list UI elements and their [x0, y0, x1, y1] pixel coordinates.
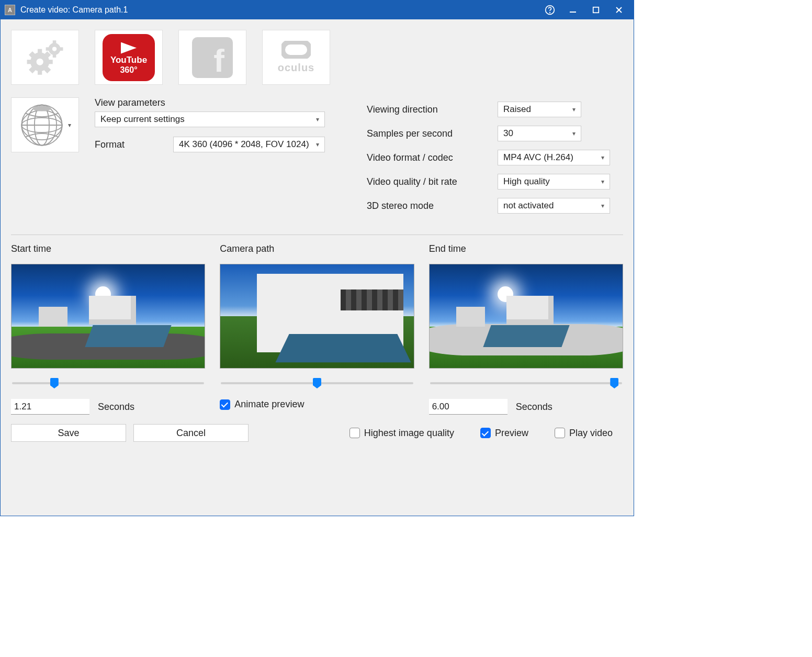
camera-path-label: Camera path — [220, 243, 414, 254]
start-time-label: Start time — [11, 243, 205, 254]
viewing-direction-select[interactable]: Raised▾ — [498, 102, 581, 117]
play-video-label: Play video — [569, 428, 613, 439]
video-codec-label: Video format / codec — [367, 152, 498, 163]
viewing-direction-label: Viewing direction — [367, 104, 498, 115]
start-time-column: Start time Seconds — [11, 243, 205, 415]
preset-row: YouTube 360° f oculus — [11, 30, 623, 85]
preset-youtube360-button[interactable]: YouTube 360° — [95, 30, 163, 85]
gears-icon — [24, 36, 66, 79]
camera-path-column: Camera path Animate preview — [220, 243, 414, 415]
left-params: View parameters Keep current settings▾ F… — [95, 97, 351, 161]
svg-rect-9 — [38, 69, 42, 74]
samples-per-second-select[interactable]: 30▾ — [498, 126, 581, 141]
svg-rect-21 — [60, 47, 63, 51]
highest-quality-checkbox[interactable] — [349, 428, 360, 438]
dialog-content: YouTube 360° f oculus — [1, 19, 634, 516]
format-select[interactable]: 4K 360 (4096 * 2048, FOV 1024)▾ — [173, 137, 325, 152]
close-button[interactable] — [613, 4, 625, 16]
preset-custom-button[interactable] — [11, 30, 79, 85]
end-time-input[interactable] — [429, 399, 508, 415]
cancel-button[interactable]: Cancel — [133, 424, 249, 442]
format-label: Format — [95, 139, 173, 150]
oculus-icon: oculus — [278, 41, 314, 74]
video-quality-select[interactable]: High quality▾ — [498, 174, 610, 190]
svg-rect-3 — [593, 7, 599, 13]
stereo-mode-label: 3D stereo mode — [367, 201, 498, 211]
preset-facebook-button[interactable]: f — [178, 30, 246, 85]
titlebar: A Create video: Camera path.1 — [1, 1, 634, 19]
help-button[interactable] — [544, 4, 556, 16]
svg-rect-11 — [48, 60, 53, 64]
start-time-thumbnail — [11, 264, 205, 369]
end-time-column: End time Seconds — [429, 243, 623, 415]
chevron-down-icon: ▾ — [316, 141, 319, 148]
chevron-down-icon: ▾ — [572, 106, 576, 113]
svg-point-17 — [52, 47, 57, 51]
svg-rect-10 — [27, 60, 32, 64]
chevron-down-icon: ▾ — [601, 154, 604, 161]
highest-quality-label: Highest image quality — [364, 428, 454, 439]
params-row: ▾ View parameters Keep current settings▾… — [11, 97, 623, 222]
video-quality-label: Video quality / bit rate — [367, 176, 498, 187]
animate-preview-label: Animate preview — [234, 399, 304, 410]
globe-icon — [19, 102, 65, 148]
camera-path-thumbnail — [220, 264, 414, 369]
svg-point-29 — [32, 106, 51, 112]
minimize-button[interactable] — [567, 4, 579, 16]
end-time-label: End time — [429, 243, 623, 254]
maximize-button[interactable] — [590, 4, 602, 16]
app-icon: A — [5, 5, 15, 15]
view-parameters-label: View parameters — [95, 97, 173, 108]
save-button[interactable]: Save — [11, 424, 126, 442]
svg-point-7 — [37, 58, 43, 65]
preview-panel: Start time Seconds Camera path — [11, 235, 623, 510]
video-codec-select[interactable]: MP4 AVC (H.264)▾ — [498, 150, 610, 165]
right-params: Viewing direction Raised▾ Samples per se… — [367, 97, 623, 222]
svg-rect-18 — [53, 40, 57, 44]
animate-preview-checkbox[interactable] — [220, 399, 230, 410]
preview-checkbox[interactable] — [480, 428, 491, 438]
bottom-bar: Save Cancel Highest image quality Previe… — [11, 424, 623, 442]
end-time-thumbnail — [429, 264, 623, 369]
chevron-down-icon: ▾ — [316, 116, 319, 123]
svg-point-1 — [550, 13, 550, 13]
svg-rect-20 — [46, 47, 50, 51]
preview-label: Preview — [495, 428, 528, 439]
stereo-mode-select[interactable]: not activated▾ — [498, 198, 610, 214]
play-video-checkbox[interactable] — [555, 428, 565, 438]
seconds-label: Seconds — [516, 402, 552, 413]
camera-path-slider[interactable] — [221, 378, 413, 388]
facebook-icon: f — [192, 37, 233, 78]
youtube-360-icon: YouTube 360° — [103, 34, 155, 81]
projection-globe-button[interactable]: ▾ — [11, 97, 79, 152]
preset-oculus-button[interactable]: oculus — [262, 30, 330, 85]
window-title: Create video: Camera path.1 — [20, 5, 544, 15]
chevron-down-icon: ▾ — [601, 178, 604, 185]
svg-rect-22 — [283, 42, 310, 58]
end-time-slider[interactable] — [430, 378, 622, 388]
start-time-slider[interactable] — [12, 378, 204, 388]
chevron-down-icon: ▾ — [601, 202, 604, 209]
start-time-input[interactable] — [11, 399, 89, 415]
svg-rect-8 — [38, 49, 42, 54]
svg-rect-19 — [53, 54, 57, 58]
create-video-dialog: A Create video: Camera path.1 — [0, 0, 634, 516]
view-parameters-select[interactable]: Keep current settings▾ — [95, 112, 325, 127]
seconds-label: Seconds — [98, 402, 134, 413]
samples-per-second-label: Samples per second — [367, 128, 498, 139]
chevron-down-icon: ▾ — [68, 121, 71, 129]
chevron-down-icon: ▾ — [572, 130, 576, 137]
